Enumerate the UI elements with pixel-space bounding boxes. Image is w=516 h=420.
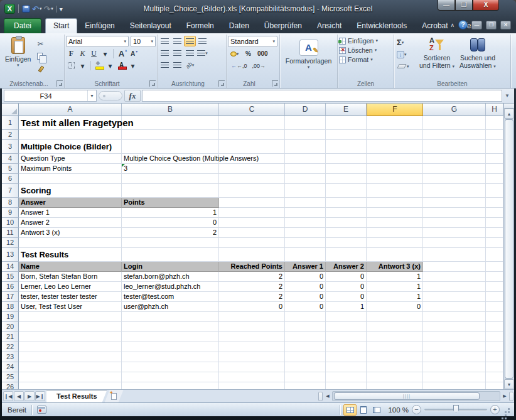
cell-D3[interactable] xyxy=(285,140,326,154)
select-all-corner[interactable] xyxy=(2,104,19,116)
cell-B18[interactable]: user@phzh.ch xyxy=(122,302,219,312)
cell-D12[interactable] xyxy=(285,238,326,248)
scroll-right-icon[interactable]: ▶ xyxy=(500,391,509,401)
cell-A4[interactable]: Question Type xyxy=(19,154,122,164)
cell-D1[interactable] xyxy=(285,116,326,130)
cell-C1[interactable] xyxy=(219,116,285,130)
cell-H8[interactable] xyxy=(486,198,503,208)
cell-E13[interactable] xyxy=(326,248,367,262)
cell-A13[interactable]: Test Results xyxy=(19,248,122,262)
next-sheet-icon[interactable]: ▶ xyxy=(24,391,35,401)
ribbon-tab-daten[interactable]: Daten xyxy=(222,19,257,33)
cell-A5[interactable]: Maximum Points xyxy=(19,164,122,174)
row-header-7[interactable]: 7 xyxy=(2,184,19,198)
cell-B3[interactable] xyxy=(122,140,219,154)
paste-button[interactable]: Einfügen ▾ xyxy=(3,36,33,78)
cell-H7[interactable] xyxy=(486,184,503,198)
cell-G4[interactable] xyxy=(423,154,486,164)
cell-E5[interactable] xyxy=(326,164,367,174)
row-header-10[interactable]: 10 xyxy=(2,218,19,228)
underline-button[interactable]: U xyxy=(89,48,99,59)
cell-D6[interactable] xyxy=(285,174,326,184)
cell-H26[interactable] xyxy=(486,382,503,389)
cell-C19[interactable] xyxy=(219,312,285,322)
last-sheet-icon[interactable]: ▶❙ xyxy=(35,391,45,401)
cut-button[interactable]: ✂ xyxy=(36,38,46,49)
cell-E24[interactable] xyxy=(326,362,367,372)
sheet-tab-test-results[interactable]: Test Results xyxy=(46,390,107,402)
cell-A23[interactable] xyxy=(19,352,122,362)
cell-F1[interactable] xyxy=(367,116,423,130)
cell-A19[interactable] xyxy=(19,312,122,322)
cell-H25[interactable] xyxy=(486,372,503,382)
window-split-handle[interactable] xyxy=(509,392,513,401)
cell-H21[interactable] xyxy=(486,332,503,342)
clipboard-dialog-launcher-icon[interactable] xyxy=(56,80,63,87)
increase-decimal-button[interactable]: ←←,0 xyxy=(230,60,248,71)
minimize-button[interactable]: — xyxy=(438,0,455,11)
cell-E17[interactable]: 0 xyxy=(326,292,367,302)
cell-F19[interactable] xyxy=(367,312,423,322)
decrease-decimal-button[interactable]: ,00→ xyxy=(252,60,267,71)
wrap-text-button[interactable] xyxy=(196,36,208,46)
cell-F10[interactable] xyxy=(367,218,423,228)
ribbon-tab-ansicht[interactable]: Ansicht xyxy=(309,19,349,33)
cell-G17[interactable] xyxy=(423,292,486,302)
row-header-13[interactable]: 13 xyxy=(2,248,19,262)
cell-H14[interactable] xyxy=(486,262,503,272)
undo-button[interactable]: ↶▾ xyxy=(32,4,41,14)
prev-sheet-icon[interactable]: ◀ xyxy=(14,391,24,401)
save-button[interactable] xyxy=(22,5,30,13)
cell-E11[interactable] xyxy=(326,228,367,238)
row-header-2[interactable]: 2 xyxy=(2,130,19,140)
cell-C6[interactable] xyxy=(219,174,285,184)
font-color-button[interactable]: A xyxy=(116,60,127,71)
delete-cells-button[interactable]: Löschen▾ xyxy=(339,46,392,54)
cell-B20[interactable] xyxy=(122,322,219,332)
cell-G7[interactable] xyxy=(423,184,486,198)
ribbon-tab-entwicklertools[interactable]: Entwicklertools xyxy=(349,19,414,33)
cell-E8[interactable] xyxy=(326,198,367,208)
cell-E25[interactable] xyxy=(326,372,367,382)
row-header-16[interactable]: 16 xyxy=(2,282,19,292)
cell-G8[interactable] xyxy=(423,198,486,208)
increase-font-button[interactable]: A xyxy=(116,48,127,59)
cell-E18[interactable]: 1 xyxy=(326,302,367,312)
close-button[interactable]: X xyxy=(473,0,499,11)
cell-A26[interactable] xyxy=(19,382,122,389)
name-box-dropdown-icon[interactable]: ▼ xyxy=(87,90,96,101)
column-header-F[interactable]: F xyxy=(367,104,423,116)
insert-cells-button[interactable]: Einfügen▾ xyxy=(339,37,392,45)
cell-D20[interactable] xyxy=(285,322,326,332)
cell-F2[interactable] xyxy=(367,130,423,140)
cell-E26[interactable] xyxy=(326,382,367,389)
cell-H4[interactable] xyxy=(486,154,503,164)
cell-C8[interactable] xyxy=(219,198,285,208)
cell-F24[interactable] xyxy=(367,362,423,372)
cell-A22[interactable] xyxy=(19,342,122,352)
cell-D17[interactable]: 0 xyxy=(285,292,326,302)
cell-G11[interactable] xyxy=(423,228,486,238)
cell-E9[interactable] xyxy=(326,208,367,218)
cell-F9[interactable] xyxy=(367,208,423,218)
cell-D11[interactable] xyxy=(285,228,326,238)
cell-D10[interactable] xyxy=(285,218,326,228)
column-header-A[interactable]: A xyxy=(19,104,122,116)
cell-D18[interactable]: 0 xyxy=(285,302,326,312)
find-select-button[interactable]: Suchen undAuswählen ▾ xyxy=(457,36,498,78)
cell-G23[interactable] xyxy=(423,352,486,362)
cell-B10[interactable]: 0 xyxy=(122,218,219,228)
cell-G24[interactable] xyxy=(423,362,486,372)
cell-C14[interactable]: Reached Points xyxy=(219,262,285,272)
cell-F11[interactable] xyxy=(367,228,423,238)
cell-H24[interactable] xyxy=(486,362,503,372)
cell-C3[interactable] xyxy=(219,140,285,154)
cell-A15[interactable]: Born, Stefan Stefan Born xyxy=(19,272,122,282)
cell-B7[interactable] xyxy=(122,184,219,198)
cell-B25[interactable] xyxy=(122,372,219,382)
ribbon-tab-überprüfen[interactable]: Überprüfen xyxy=(257,19,309,33)
zoom-out-button[interactable]: − xyxy=(412,405,421,414)
first-sheet-icon[interactable]: ❙◀ xyxy=(3,391,13,401)
cell-C9[interactable] xyxy=(219,208,285,218)
cell-A6[interactable] xyxy=(19,174,122,184)
